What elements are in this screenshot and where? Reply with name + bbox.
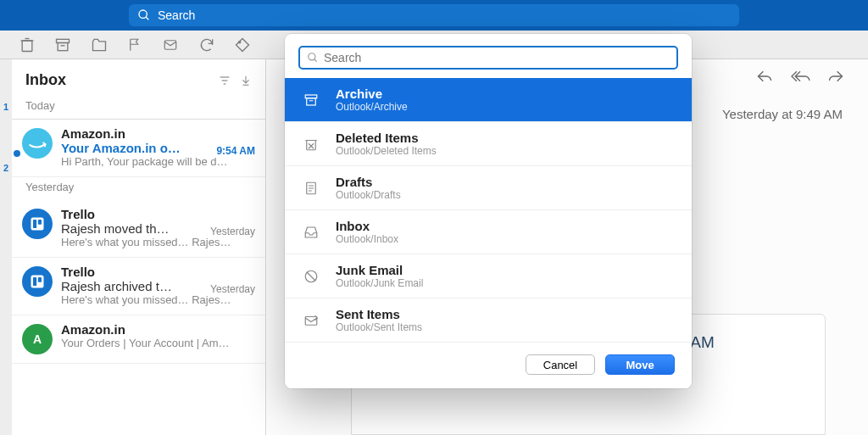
reply-button[interactable] (754, 68, 775, 85)
avatar (22, 266, 53, 297)
svg-rect-17 (33, 277, 36, 286)
folder-name: Junk Email (336, 263, 423, 277)
preview-text: Your Orders | Your Account | Am… (61, 337, 255, 349)
folder-path: Outlook/Inbox (336, 233, 398, 245)
global-search-bar: Search (0, 0, 868, 31)
folder-search-input-field[interactable] (324, 51, 670, 64)
forward-button[interactable] (826, 68, 846, 85)
section-label: Today (12, 96, 265, 119)
svg-rect-18 (38, 277, 42, 282)
folder-item-junk-email[interactable]: Junk EmailOutlook/Junk Email (285, 254, 692, 298)
svg-rect-16 (31, 276, 44, 288)
svg-rect-8 (164, 40, 176, 49)
svg-rect-32 (305, 316, 317, 325)
message-time: Yesterday (210, 283, 255, 295)
drafts-icon (302, 181, 320, 196)
folder-path: Outlook/Sent Items (336, 321, 422, 333)
preview-text: Here's what you missed… Rajes… (61, 293, 255, 306)
folder-path: Outlook/Deleted Items (336, 145, 437, 157)
cancel-button[interactable]: Cancel (526, 354, 595, 375)
account-badge-2[interactable]: 2 (3, 163, 8, 173)
folder-path: Outlook/Drafts (336, 189, 401, 201)
svg-rect-2 (22, 41, 32, 52)
delete-button[interactable] (19, 36, 36, 53)
message-row[interactable]: AAmazon.inYour Orders | Your Account | A… (12, 315, 265, 364)
folder-item-archive[interactable]: ArchiveOutlook/Archive (285, 78, 692, 122)
avatar (22, 128, 53, 159)
avatar: A (22, 324, 53, 354)
folder-item-deleted-items[interactable]: Deleted ItemsOutlook/Deleted Items (285, 122, 692, 166)
flag-button[interactable] (127, 36, 142, 53)
archive-icon (302, 92, 320, 108)
sender-name: Amazon.in (61, 322, 255, 337)
folder-path: Outlook/Junk Email (336, 277, 423, 289)
section-label: Yesterday (12, 177, 265, 200)
svg-rect-22 (307, 98, 316, 104)
svg-line-1 (146, 17, 148, 20)
svg-rect-6 (58, 42, 68, 50)
move-button[interactable] (90, 36, 108, 53)
filter-icon[interactable] (218, 74, 231, 87)
inbox-icon (302, 225, 320, 240)
preview-text: Here's what you missed… Rajes… (61, 236, 255, 248)
archive-button[interactable] (54, 36, 71, 53)
sender-name: Trello (61, 265, 255, 279)
sent-icon (302, 313, 320, 328)
folder-item-drafts[interactable]: DraftsOutlook/Drafts (285, 166, 692, 210)
reply-all-button[interactable] (788, 68, 812, 85)
sender-name: Trello (61, 207, 255, 221)
search-placeholder: Search (158, 8, 195, 22)
tag-button[interactable] (234, 36, 251, 53)
svg-rect-15 (38, 220, 42, 225)
svg-line-31 (307, 271, 316, 281)
svg-rect-24 (307, 140, 316, 149)
folder-item-sent-items[interactable]: Sent ItemsOutlook/Sent Items (285, 298, 692, 343)
folder-name: Inbox (336, 219, 398, 233)
message-list: Inbox TodayAmazon.inYour Amazon.in o…Hi … (12, 59, 266, 435)
message-row[interactable]: TrelloRajesh archived t…Here's what you … (12, 258, 265, 315)
sort-icon[interactable] (240, 74, 252, 87)
folder-title: Inbox (25, 71, 66, 89)
preview-text: Hi Parth, Your package will be d… (61, 155, 255, 168)
folder-name: Deleted Items (336, 131, 437, 145)
message-row[interactable]: TrelloRajesh moved th…Here's what you mi… (12, 200, 265, 258)
search-field[interactable]: Search (129, 4, 739, 26)
sync-button[interactable] (198, 36, 215, 53)
search-icon (307, 52, 319, 64)
svg-rect-13 (31, 218, 44, 231)
account-badge-1[interactable]: 1 (3, 102, 8, 112)
message-row[interactable]: Amazon.inYour Amazon.in o…Hi Parth, Your… (12, 119, 265, 177)
folder-name: Sent Items (336, 307, 422, 321)
mark-unread-button[interactable] (161, 37, 180, 53)
message-timestamp: Yesterday at 9:49 AM (722, 107, 843, 121)
move-confirm-button[interactable]: Move (605, 354, 675, 375)
svg-line-20 (314, 59, 317, 62)
avatar (22, 209, 53, 239)
trash-icon (302, 137, 320, 152)
search-icon (137, 8, 151, 22)
folder-name: Drafts (336, 175, 401, 189)
svg-point-19 (309, 53, 315, 60)
folder-path: Outlook/Archive (336, 101, 408, 113)
svg-rect-14 (33, 220, 36, 228)
message-time: 9:54 AM (216, 145, 255, 157)
junk-icon (302, 269, 320, 284)
folder-search-input[interactable] (298, 46, 678, 70)
folder-name: Archive (336, 86, 408, 101)
folder-item-inbox[interactable]: InboxOutlook/Inbox (285, 210, 692, 254)
sender-name: Amazon.in (61, 126, 255, 141)
message-time: Yesterday (210, 226, 255, 237)
svg-point-0 (139, 10, 147, 18)
unread-indicator (14, 150, 20, 157)
move-to-folder-dialog: ArchiveOutlook/ArchiveDeleted ItemsOutlo… (285, 34, 692, 388)
account-rail: 1 2 (0, 59, 12, 435)
